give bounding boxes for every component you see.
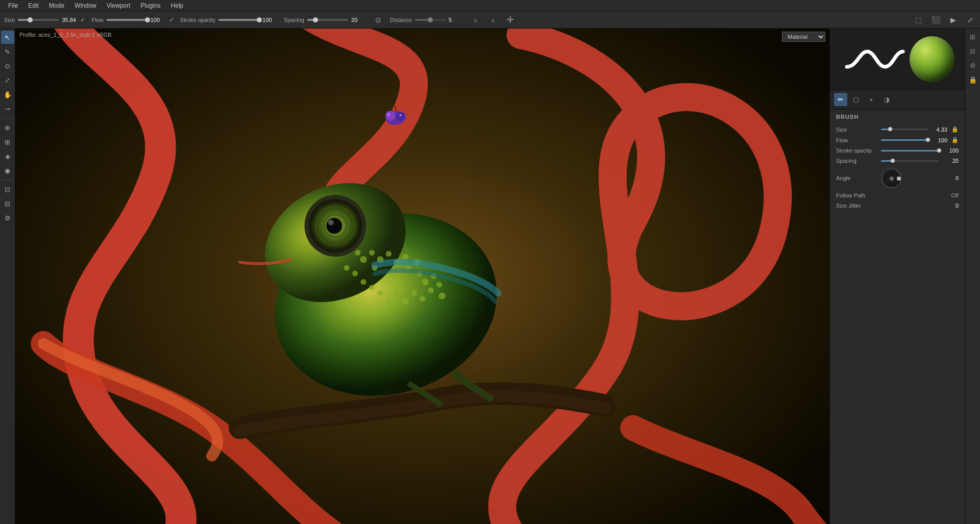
spacing-slider[interactable]: [307, 19, 348, 21]
brush-tab-texture[interactable]: ⬡: [849, 93, 863, 106]
flow-label: Flow: [91, 17, 103, 23]
param-value-follow-path: Off: [951, 192, 959, 198]
right-icon-lock[interactable]: 🔒: [967, 73, 979, 86]
svg-point-33: [378, 290, 383, 296]
canvas-background: [15, 29, 829, 524]
svg-point-28: [420, 296, 425, 302]
right-icon-layers[interactable]: ⊞: [967, 31, 979, 43]
param-label-size: Size: [836, 127, 877, 133]
brush-tabs: ✏ ⬡ ▪ ◑: [830, 90, 965, 110]
toolbar-stroke-opacity-group: Stroke opacity 100: [180, 17, 278, 23]
param-label-flow: Flow: [836, 137, 877, 143]
right-icon-grid[interactable]: ⊟: [967, 45, 979, 57]
color-view-dropdown[interactable]: Material Solid Wireframe Rendered: [782, 32, 825, 42]
tool-transform[interactable]: ⤢: [1, 73, 14, 87]
size-param-slider[interactable]: [881, 129, 928, 130]
tool-grab[interactable]: ✋: [1, 88, 14, 101]
left-toolbar: ↖ ✎ ⊙ ⤢ ✋ ⊸ ⊕ ⊞ ◈ ◉ ⊡ ⊟ ⚙: [0, 29, 15, 524]
svg-point-14: [355, 250, 361, 256]
tool-stamp[interactable]: ⊕: [1, 121, 14, 134]
size-slider[interactable]: [18, 19, 59, 21]
brush-tab-other[interactable]: ◑: [880, 93, 893, 106]
svg-point-42: [399, 114, 401, 116]
stroke-opacity-value: 100: [262, 17, 278, 23]
flow-slider[interactable]: [107, 19, 148, 21]
fullscreen-icon[interactable]: ⤢: [965, 14, 976, 26]
render-icon[interactable]: ⬚: [913, 14, 924, 26]
mirror-y-button[interactable]: ⬦: [487, 14, 499, 26]
flow-lock-icon[interactable]: 🔒: [951, 137, 959, 143]
camera-icon[interactable]: ⬛: [930, 14, 941, 26]
stroke-opacity-slider[interactable]: [218, 19, 259, 21]
tool-separator-2: [3, 180, 13, 180]
brush-stroke-svg: [842, 41, 908, 77]
param-row-spacing: Spacing 20: [830, 156, 965, 166]
stroke-opacity-param-slider[interactable]: [881, 150, 939, 152]
tool-lasso[interactable]: ⊙: [1, 59, 14, 72]
param-row-follow-path: Follow Path Off: [830, 190, 965, 201]
tool-clone[interactable]: ⊡: [1, 183, 14, 196]
svg-point-29: [411, 290, 417, 296]
airbrush-button[interactable]: ⊙: [373, 14, 384, 26]
color-view-selector[interactable]: Material Solid Wireframe Rendered: [782, 32, 825, 42]
menu-plugins[interactable]: Plugins: [136, 1, 164, 10]
tool-separator-1: [3, 118, 13, 118]
svg-point-12: [360, 256, 366, 263]
size-lock-icon[interactable]: 🔒: [951, 126, 959, 133]
svg-point-30: [402, 298, 409, 305]
right-icon-settings[interactable]: ⚙: [967, 59, 979, 71]
size-value: 35.84: [62, 17, 77, 23]
brush-preview: [830, 29, 965, 90]
toolbar-size-group: Size 35.84 ✓: [4, 16, 85, 23]
svg-point-26: [438, 292, 445, 299]
toolbar-flow-group: Flow 100 ✓: [91, 16, 174, 23]
param-row-angle: Angle 0: [830, 166, 965, 190]
tool-eraser[interactable]: ◈: [1, 149, 14, 163]
brush-tab-mask[interactable]: ▪: [865, 93, 878, 106]
menu-help[interactable]: Help: [167, 1, 188, 10]
brush-panel: ✏ ⬡ ▪ ◑ BRUSH Size 4.33 🔒 Flow: [829, 29, 965, 524]
spacing-label: Spacing: [284, 17, 304, 23]
tool-settings[interactable]: ⚙: [1, 211, 14, 224]
svg-point-25: [436, 282, 442, 288]
canvas-area[interactable]: Profile: aces_1_0_3 lin_srgb 2 sRGB Mate…: [15, 29, 829, 524]
menu-file[interactable]: File: [4, 1, 22, 10]
tool-patch[interactable]: ⊟: [1, 197, 14, 210]
brush-tab-brush[interactable]: ✏: [834, 93, 847, 106]
distance-slider[interactable]: [415, 19, 446, 21]
svg-point-35: [361, 279, 366, 285]
svg-point-31: [395, 290, 400, 296]
param-value-angle: 0: [943, 175, 959, 181]
symmetry-button[interactable]: ✛: [505, 14, 516, 26]
mirror-x-button[interactable]: ⬦: [470, 14, 481, 26]
tool-paint[interactable]: ✎: [1, 45, 14, 58]
menu-window[interactable]: Window: [70, 1, 101, 10]
tool-fill[interactable]: ⊞: [1, 135, 14, 148]
svg-point-27: [428, 288, 434, 293]
svg-point-11: [328, 219, 334, 225]
brush-params: Size 4.33 🔒 Flow 100 🔒 Str: [830, 122, 965, 524]
video-icon[interactable]: ▶: [947, 14, 959, 26]
param-value-stroke-opacity: 100: [943, 147, 959, 154]
flow-param-slider[interactable]: [881, 139, 928, 141]
menu-viewport[interactable]: Viewport: [103, 1, 134, 10]
tool-blur[interactable]: ◉: [1, 164, 14, 177]
brush-section-title: BRUSH: [830, 110, 965, 122]
svg-point-19: [403, 254, 408, 260]
tool-select[interactable]: ↖: [1, 31, 14, 44]
flow-lock-icon[interactable]: ✓: [169, 16, 174, 23]
angle-widget[interactable]: [881, 168, 901, 188]
svg-point-36: [352, 271, 358, 277]
svg-point-17: [386, 251, 391, 257]
param-row-size-jitter: Size Jitter 0: [830, 201, 965, 211]
toolbar-spacing-group: Spacing 20: [284, 17, 366, 23]
size-lock-icon[interactable]: ✓: [80, 16, 85, 23]
brush-stroke-preview: [840, 39, 910, 80]
param-label-angle: Angle: [836, 175, 877, 181]
right-icons-panel: ⊞ ⊟ ⚙ 🔒: [965, 29, 980, 524]
spacing-value: 20: [351, 17, 366, 23]
menu-mode[interactable]: Mode: [45, 1, 68, 10]
spacing-param-slider[interactable]: [881, 160, 939, 162]
tool-eyedropper[interactable]: ⊸: [1, 102, 14, 115]
menu-edit[interactable]: Edit: [24, 1, 43, 10]
